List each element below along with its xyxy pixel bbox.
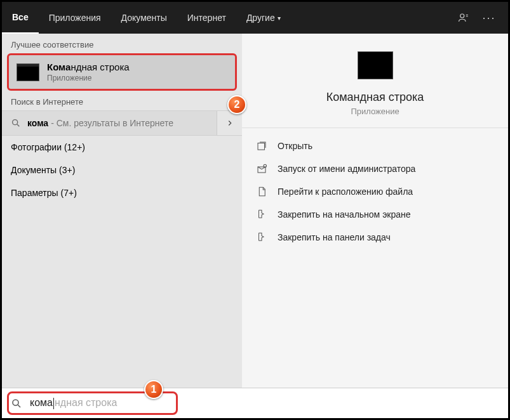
category-photos[interactable]: Фотографии (12+) (2, 136, 242, 159)
search-input[interactable]: командная строка (30, 397, 117, 409)
tab-internet[interactable]: Интернет (177, 2, 236, 34)
pin-taskbar-icon (256, 232, 267, 243)
svg-line-9 (18, 405, 20, 407)
best-match-label: Лучшее соответствие (2, 34, 242, 53)
open-icon (256, 140, 267, 152)
action-open-location[interactable]: Перейти к расположению файла (247, 180, 503, 203)
preview-panel: Командная строка Приложение Открыть Запу… (242, 34, 508, 388)
category-documents[interactable]: Документы (3+) (2, 159, 242, 181)
result-subtitle: Приложение (47, 74, 130, 82)
result-title: Командная строка (47, 62, 130, 72)
admin-icon (256, 163, 267, 174)
svg-rect-3 (258, 143, 265, 150)
search-bar[interactable]: командная строка (2, 388, 508, 418)
svg-point-0 (460, 14, 464, 18)
pin-start-icon (256, 209, 267, 220)
search-icon (11, 118, 21, 128)
tab-more[interactable]: Другие▾ (236, 2, 291, 34)
action-run-as-admin[interactable]: Запуск от имени администратора (247, 157, 503, 180)
search-icon (11, 398, 22, 409)
more-options-icon[interactable]: ··· (476, 2, 502, 34)
action-open[interactable]: Открыть (247, 135, 503, 157)
action-pin-start[interactable]: Закрепить на начальном экране (247, 203, 503, 226)
search-tabs: Все Приложения Документы Интернет Другие… (2, 2, 508, 34)
svg-point-1 (13, 120, 18, 125)
category-settings[interactable]: Параметры (7+) (2, 181, 242, 204)
tab-apps[interactable]: Приложения (39, 2, 111, 34)
command-prompt-icon (358, 51, 393, 79)
svg-point-8 (13, 400, 18, 405)
feedback-icon[interactable] (451, 2, 476, 34)
annotation-badge-1: 1 (144, 380, 163, 399)
chevron-down-icon: ▾ (278, 15, 281, 22)
web-search-item[interactable]: кома - См. результаты в Интернете (2, 110, 242, 136)
preview-subtitle: Приложение (351, 107, 399, 116)
chevron-right-icon[interactable] (217, 111, 242, 135)
web-search-label: Поиск в Интернете (2, 91, 242, 110)
results-panel: Лучшее соответствие Командная строка При… (2, 34, 242, 388)
command-prompt-icon (17, 63, 39, 81)
svg-line-2 (17, 124, 19, 126)
annotation-badge-2: 2 (227, 95, 246, 114)
action-pin-taskbar[interactable]: Закрепить на панели задач (247, 226, 503, 249)
tab-all[interactable]: Все (2, 2, 39, 34)
best-match-result[interactable]: Командная строка Приложение (7, 53, 237, 91)
file-location-icon (256, 186, 267, 197)
tab-documents[interactable]: Документы (111, 2, 177, 34)
preview-title: Командная строка (326, 91, 424, 104)
